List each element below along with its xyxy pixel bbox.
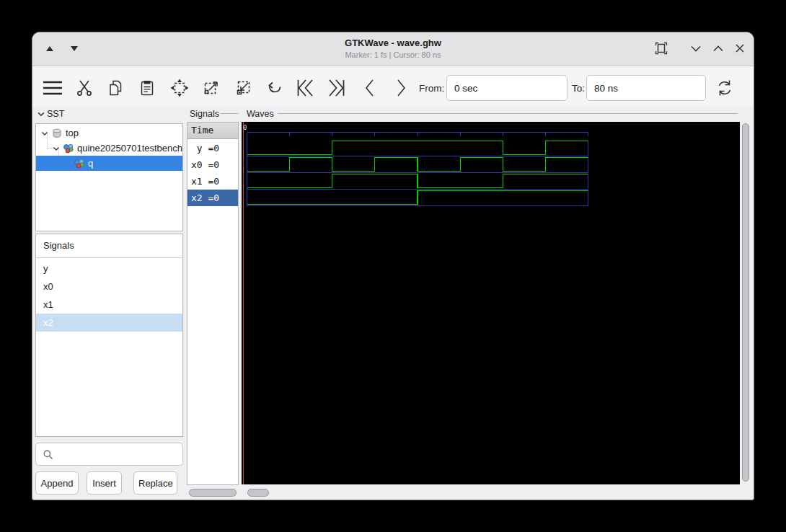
desktop-background: { "window": { "title": "GTKWave - wave.g…	[0, 0, 786, 532]
cut-button[interactable]	[72, 76, 97, 100]
prev-edge-icon	[362, 78, 378, 98]
to-end-button[interactable]	[324, 76, 348, 100]
value-row-y[interactable]: y =0	[187, 140, 238, 156]
tree-row-q[interactable]: q	[36, 156, 183, 171]
tree-label: top	[66, 128, 79, 138]
from-label: From:	[419, 83, 444, 94]
to-start-icon	[296, 78, 316, 98]
toolbar: From: To:	[32, 66, 754, 107]
expander-icon[interactable]	[40, 129, 49, 138]
maximize-button[interactable]	[710, 40, 727, 57]
undo-button[interactable]	[262, 76, 286, 100]
search-icon	[43, 449, 53, 460]
component-icon	[51, 128, 63, 139]
time-header[interactable]: Time	[187, 123, 238, 139]
signal-list-item-x1[interactable]: x1	[36, 296, 182, 314]
sst-signals-panel: Signals y x0 x1 x2	[35, 234, 183, 437]
tree-row-top[interactable]: top	[36, 125, 183, 141]
zoom-out-icon	[234, 79, 252, 97]
copy-button[interactable]	[103, 76, 128, 100]
value-row-x0[interactable]: x0 =0	[187, 156, 238, 173]
value-row-x2[interactable]: x2 =0	[187, 190, 238, 206]
insert-button[interactable]: Insert	[87, 471, 122, 495]
waveform-plot: 0	[242, 122, 740, 484]
expander-icon[interactable]	[52, 144, 61, 153]
tree-label: quine20250701testbench	[77, 143, 182, 154]
titlebar: GTKWave - wave.ghw Marker: 1 fs | Cursor…	[32, 32, 754, 66]
signal-search-box	[35, 443, 183, 466]
zoom-in-icon	[203, 79, 220, 97]
svg-text:0: 0	[243, 124, 247, 131]
to-end-icon	[326, 78, 346, 98]
wave-canvas[interactable]: 0	[242, 122, 740, 484]
to-label: To:	[572, 83, 585, 94]
undo-icon	[265, 79, 283, 97]
frame-line	[278, 113, 738, 114]
waves-vertical-scrollbar[interactable]	[742, 123, 749, 482]
to-input[interactable]	[586, 75, 706, 101]
next-edge-button[interactable]	[389, 76, 413, 100]
signal-values-panel: Time y =0 x0 =0 x1 =0 x2 =0	[187, 122, 239, 485]
values-horizontal-scrollbar[interactable]	[189, 489, 237, 497]
fit-window-icon	[655, 42, 668, 55]
reload-button[interactable]	[712, 76, 737, 100]
from-input[interactable]	[446, 75, 568, 101]
cut-icon	[76, 79, 92, 97]
fit-window-button[interactable]	[653, 40, 670, 57]
reload-icon	[715, 79, 734, 97]
tree-label: q	[88, 158, 93, 169]
paste-icon	[139, 79, 155, 97]
values-frame-label: Signals	[190, 109, 219, 119]
paste-button[interactable]	[135, 76, 159, 100]
to-start-button[interactable]	[293, 76, 318, 100]
sst-frame-label: SST	[37, 109, 64, 119]
frame-line	[221, 113, 239, 114]
module-icon	[63, 143, 74, 154]
sst-tree-panel: top quine20250701testbench q	[35, 123, 183, 231]
signals-list-header: Signals	[36, 234, 182, 258]
close-button[interactable]	[731, 40, 749, 57]
zoom-fit-icon	[170, 79, 189, 97]
value-row-x1[interactable]: x1 =0	[187, 173, 238, 190]
copy-icon	[107, 79, 124, 97]
gtkwave-window: GTKWave - wave.ghw Marker: 1 fs | Cursor…	[32, 32, 754, 500]
window-title: GTKWave - wave.ghw	[32, 37, 754, 48]
waves-horizontal-scrollbar[interactable]	[247, 489, 269, 497]
signal-list-item-x2[interactable]: x2	[36, 314, 182, 332]
menu-icon	[42, 79, 63, 97]
signal-list-item-x0[interactable]: x0	[36, 278, 182, 296]
sst-collapse-icon[interactable]	[37, 110, 45, 118]
search-input[interactable]	[58, 444, 182, 466]
minimize-button[interactable]	[687, 40, 705, 57]
replace-button[interactable]: Replace	[133, 471, 177, 495]
maximize-icon	[713, 45, 723, 52]
append-button[interactable]: Append	[35, 471, 79, 495]
window-subtitle: Marker: 1 fs | Cursor: 80 ns	[32, 50, 754, 59]
close-icon	[736, 44, 744, 53]
zoom-fit-button[interactable]	[167, 76, 192, 100]
menu-button[interactable]	[40, 76, 65, 100]
module-icon	[74, 158, 85, 169]
prev-edge-button[interactable]	[358, 76, 382, 100]
minimize-icon	[691, 45, 701, 52]
signal-list-item-y[interactable]: y	[36, 260, 182, 278]
next-edge-icon	[393, 78, 409, 98]
tree-row-testbench[interactable]: quine20250701testbench	[36, 141, 183, 156]
zoom-out-button[interactable]	[231, 76, 255, 100]
waves-frame-label: Waves	[247, 109, 274, 119]
zoom-in-button[interactable]	[199, 76, 224, 100]
